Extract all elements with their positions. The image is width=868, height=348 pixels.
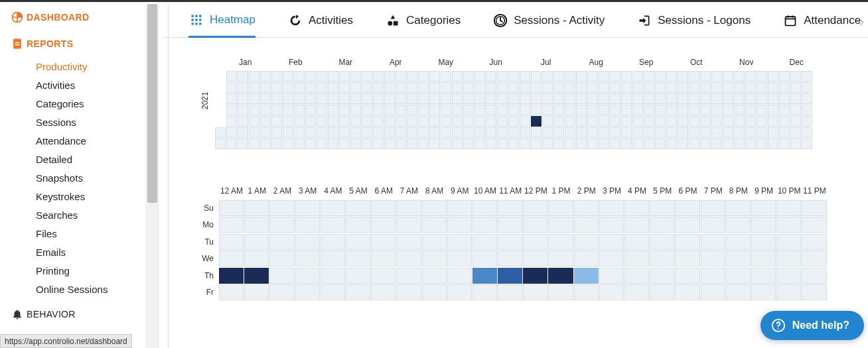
heatmap-day[interactable] xyxy=(790,127,801,138)
heatmap-cell[interactable] xyxy=(548,268,573,284)
heatmap-cell[interactable] xyxy=(269,234,294,250)
heatmap-cell[interactable] xyxy=(701,251,725,266)
heatmap-day[interactable] xyxy=(463,93,474,104)
heatmap-cell[interactable] xyxy=(675,268,699,284)
heatmap-cell[interactable] xyxy=(624,268,649,284)
heatmap-day[interactable] xyxy=(238,105,248,115)
heatmap-day[interactable] xyxy=(260,71,271,82)
heatmap-cell[interactable] xyxy=(295,217,320,233)
heatmap-day[interactable] xyxy=(711,116,722,127)
heatmap-day[interactable] xyxy=(441,116,451,127)
heatmap-day[interactable] xyxy=(350,71,361,82)
heatmap-day[interactable] xyxy=(520,105,530,115)
heatmap-day[interactable] xyxy=(802,93,812,104)
heatmap-day[interactable] xyxy=(271,139,282,149)
heatmap-cell[interactable] xyxy=(751,251,776,266)
heatmap-day[interactable] xyxy=(587,139,598,149)
heatmap-cell[interactable] xyxy=(802,251,826,266)
heatmap-day[interactable] xyxy=(790,82,801,93)
heatmap-day[interactable] xyxy=(396,71,406,82)
heatmap-day[interactable] xyxy=(474,105,485,115)
heatmap-cell[interactable] xyxy=(701,234,725,250)
heatmap-day[interactable] xyxy=(362,82,372,93)
heatmap-day[interactable] xyxy=(520,139,530,149)
heatmap-day[interactable] xyxy=(700,82,711,93)
heatmap-cell[interactable] xyxy=(574,200,599,216)
heatmap-day[interactable] xyxy=(790,116,801,127)
heatmap-cell[interactable] xyxy=(548,200,573,216)
heatmap-day[interactable] xyxy=(508,127,519,138)
heatmap-cell[interactable] xyxy=(624,284,649,300)
heatmap-cell[interactable] xyxy=(371,251,396,266)
heatmap-day[interactable] xyxy=(418,71,429,82)
heatmap-day[interactable] xyxy=(779,105,790,115)
heatmap-day[interactable] xyxy=(745,71,756,82)
heatmap-cell[interactable] xyxy=(269,200,294,216)
heatmap-day[interactable] xyxy=(463,116,474,127)
heatmap-day[interactable] xyxy=(441,105,451,115)
heatmap-day[interactable] xyxy=(508,71,519,82)
heatmap-day[interactable] xyxy=(339,93,350,104)
heatmap-day[interactable] xyxy=(362,105,372,115)
heatmap-cell[interactable] xyxy=(675,200,699,216)
heatmap-cell[interactable] xyxy=(498,268,522,284)
heatmap-cell[interactable] xyxy=(701,284,725,300)
heatmap-day[interactable] xyxy=(317,93,327,104)
heatmap-day[interactable] xyxy=(779,116,790,127)
heatmap-day[interactable] xyxy=(734,105,745,115)
heatmap-cell[interactable] xyxy=(624,234,649,250)
heatmap-cell[interactable] xyxy=(244,234,269,250)
heatmap-day[interactable] xyxy=(384,82,395,93)
heatmap-day[interactable] xyxy=(723,139,733,149)
heatmap-day[interactable] xyxy=(407,139,417,149)
heatmap-day[interactable] xyxy=(396,116,406,127)
heatmap-cell[interactable] xyxy=(396,251,421,266)
sidebar-item-attendance[interactable]: Attendance xyxy=(0,131,145,150)
heatmap-cell[interactable] xyxy=(472,217,497,233)
heatmap-cell[interactable] xyxy=(371,217,396,233)
sidebar-item-files[interactable]: Files xyxy=(0,224,145,243)
heatmap-cell[interactable] xyxy=(472,200,497,216)
heatmap-cell[interactable] xyxy=(776,251,801,266)
heatmap-day[interactable] xyxy=(452,127,463,138)
heatmap-day[interactable] xyxy=(576,139,587,149)
heatmap-day[interactable] xyxy=(520,127,530,138)
heatmap-cell[interactable] xyxy=(802,217,826,233)
heatmap-day[interactable] xyxy=(339,116,350,127)
heatmap-cell[interactable] xyxy=(244,251,269,266)
heatmap-day[interactable] xyxy=(260,139,271,149)
heatmap-day[interactable] xyxy=(542,127,553,138)
heatmap-day[interactable] xyxy=(486,82,496,93)
heatmap-cell[interactable] xyxy=(802,200,826,216)
heatmap-cell[interactable] xyxy=(776,284,801,300)
heatmap-day[interactable] xyxy=(474,82,485,93)
heatmap-day[interactable] xyxy=(226,127,237,138)
heatmap-day[interactable] xyxy=(531,139,542,149)
heatmap-day[interactable] xyxy=(768,71,778,82)
heatmap-day[interactable] xyxy=(520,93,530,104)
sidebar-item-sessions[interactable]: Sessions xyxy=(0,113,145,131)
heatmap-day[interactable] xyxy=(508,93,519,104)
heatmap-day[interactable] xyxy=(384,71,395,82)
heatmap-day[interactable] xyxy=(723,71,733,82)
heatmap-day[interactable] xyxy=(429,71,440,82)
sidebar-item-behavior[interactable]: BEHAVIOR xyxy=(0,302,145,326)
heatmap-day[interactable] xyxy=(249,127,259,138)
heatmap-day[interactable] xyxy=(328,93,338,104)
heatmap-day[interactable] xyxy=(396,93,406,104)
heatmap-cell[interactable] xyxy=(244,284,269,300)
heatmap-day[interactable] xyxy=(328,105,338,115)
heatmap-day[interactable] xyxy=(700,105,711,115)
heatmap-day[interactable] xyxy=(711,105,722,115)
heatmap-day[interactable] xyxy=(328,82,338,93)
sidebar-item-categories[interactable]: Categories xyxy=(0,94,145,113)
heatmap-cell[interactable] xyxy=(295,200,320,216)
heatmap-cell[interactable] xyxy=(802,268,826,284)
heatmap-day[interactable] xyxy=(283,82,293,93)
heatmap-cell[interactable] xyxy=(523,217,547,233)
heatmap-day[interactable] xyxy=(441,71,451,82)
heatmap-cell[interactable] xyxy=(447,251,472,266)
heatmap-day[interactable] xyxy=(723,105,733,115)
sidebar-item-dashboard[interactable]: DASHBOARD xyxy=(0,4,145,30)
heatmap-day[interactable] xyxy=(576,105,587,115)
